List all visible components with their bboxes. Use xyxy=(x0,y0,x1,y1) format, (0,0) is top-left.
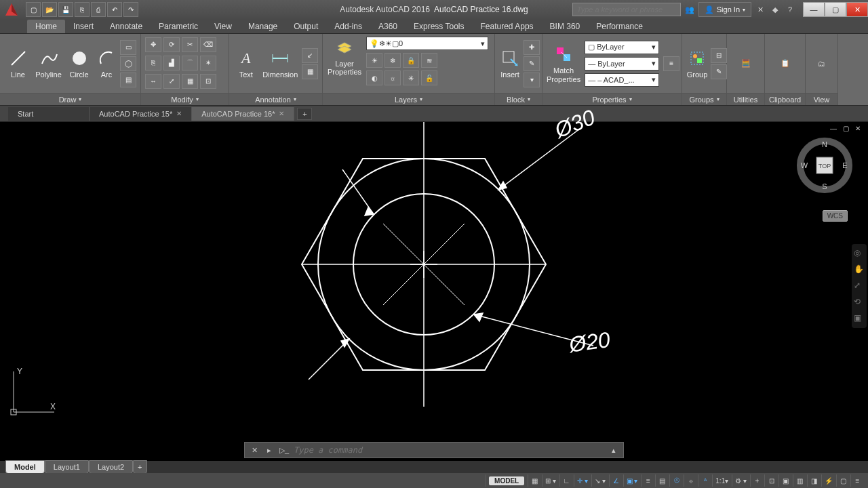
isodraft-icon[interactable]: ↘ ▾ xyxy=(591,474,608,487)
doc-tab-start[interactable]: Start xyxy=(8,107,90,121)
table-icon[interactable]: ▦ xyxy=(302,64,318,79)
nav-wheel-icon[interactable]: ◎ xyxy=(854,248,865,259)
offset-icon[interactable]: ⊡ xyxy=(200,74,216,89)
tab-annotate[interactable]: Annotate xyxy=(102,20,151,33)
trim-icon[interactable]: ✂ xyxy=(182,37,198,52)
layer-lock-icon[interactable]: 🔒 xyxy=(403,53,419,68)
saveas-icon[interactable]: ⎘ xyxy=(75,2,90,17)
command-input[interactable] xyxy=(294,445,604,455)
undo-icon[interactable]: ↶ xyxy=(107,2,122,17)
match-properties-button[interactable]: Match Properties xyxy=(547,43,580,83)
ungroup-icon[interactable]: ⊟ xyxy=(711,48,727,63)
snapmode-icon[interactable]: ⊞ ▾ xyxy=(542,474,559,487)
workspace-icon[interactable]: ⚙ ▾ xyxy=(732,474,749,487)
close-button[interactable]: ✕ xyxy=(846,2,868,17)
layer-thaw-icon[interactable]: ✳ xyxy=(403,70,419,85)
vp-close-icon[interactable]: ✕ xyxy=(853,125,863,134)
arc-button[interactable]: Arc xyxy=(96,47,117,79)
panel-title-draw[interactable]: Draw▾ xyxy=(0,93,140,105)
plot-icon[interactable]: ⎙ xyxy=(91,2,106,17)
layer-freeze-icon[interactable]: ❄ xyxy=(384,53,401,68)
expand-icon[interactable]: ▴ xyxy=(608,445,619,455)
tab-addins[interactable]: Add-ins xyxy=(326,20,370,33)
layout-tab-model[interactable]: Model xyxy=(5,460,45,474)
customize-icon[interactable]: ≡ xyxy=(850,474,864,487)
units-icon[interactable]: ⊡ xyxy=(764,474,778,487)
layer-iso-icon[interactable]: ◐ xyxy=(366,70,382,85)
osnap-icon[interactable]: ▣ ▾ xyxy=(623,474,641,487)
zoom-extents-icon[interactable]: ⤢ xyxy=(854,281,865,291)
color-selector[interactable]: ▢ ByLayer▾ xyxy=(585,41,659,54)
close-icon[interactable]: ✕ xyxy=(249,445,260,455)
open-icon[interactable]: 📂 xyxy=(42,2,57,17)
layer-unlock-icon[interactable]: 🔓 xyxy=(421,70,437,85)
panel-title-annotation[interactable]: Annotation▾ xyxy=(229,93,322,105)
ortho-icon[interactable]: ∟ xyxy=(559,474,573,487)
tab-output[interactable]: Output xyxy=(285,20,326,33)
isolate-icon[interactable]: ◨ xyxy=(807,474,821,487)
panel-title-groups[interactable]: Groups▾ xyxy=(682,93,726,105)
move-icon[interactable]: ✥ xyxy=(145,37,161,52)
layer-properties-button[interactable]: Layer Properties xyxy=(327,37,362,76)
grid-icon[interactable]: ▦ xyxy=(528,474,541,487)
help-search-input[interactable] xyxy=(572,3,681,16)
hatch-icon[interactable]: ▤ xyxy=(120,73,136,87)
view-cube[interactable]: TOP N E S W xyxy=(797,138,852,192)
pan-icon[interactable]: ✋ xyxy=(854,264,865,275)
lock-ui-icon[interactable]: ▥ xyxy=(793,474,806,487)
rectangle-icon[interactable]: ▭ xyxy=(120,40,136,55)
tab-view[interactable]: View xyxy=(206,20,240,33)
layer-match-icon[interactable]: ≋ xyxy=(421,53,437,68)
sign-in-button[interactable]: 👤Sign In▾ xyxy=(698,2,751,17)
hardware-accel-icon[interactable]: ⚡ xyxy=(821,474,835,487)
linetype-selector[interactable]: — ByLayer▾ xyxy=(585,57,659,70)
close-icon[interactable]: ✕ xyxy=(279,110,284,117)
panel-view[interactable]: 🗂 View xyxy=(806,34,838,105)
save-icon[interactable]: 💾 xyxy=(58,2,73,17)
recent-icon[interactable]: ▸ xyxy=(264,445,275,455)
new-tab-button[interactable]: + xyxy=(297,108,312,120)
scale-icon[interactable]: ⤢ xyxy=(163,74,180,89)
otrack-icon[interactable]: ∠ xyxy=(609,474,623,487)
layer-off-icon[interactable]: ☀ xyxy=(366,53,382,68)
dimension-button[interactable]: Dimension xyxy=(262,47,299,79)
maximize-button[interactable]: ▢ xyxy=(825,2,846,17)
tab-featured[interactable]: Featured Apps xyxy=(473,20,542,33)
layout-tab-2[interactable]: Layout2 xyxy=(89,460,133,474)
wcs-badge[interactable]: WCS xyxy=(823,210,848,222)
tab-manage[interactable]: Manage xyxy=(240,20,285,33)
tab-parametric[interactable]: Parametric xyxy=(151,20,206,33)
status-model[interactable]: MODEL xyxy=(486,474,527,487)
list-icon[interactable]: ≡ xyxy=(663,56,679,71)
drawing-canvas[interactable]: — ▢ ✕ Ø30 xyxy=(0,122,868,461)
panel-utilities[interactable]: 🧮 Utilities xyxy=(727,34,765,105)
add-layout-button[interactable]: + xyxy=(133,460,146,474)
explode-icon[interactable]: ✶ xyxy=(200,56,216,70)
command-line[interactable]: ✕ ▸ ▷_ ▴ xyxy=(244,442,624,458)
panel-title-block[interactable]: Block▾ xyxy=(495,93,542,105)
mirror-icon[interactable]: ▟ xyxy=(163,56,180,70)
tab-express[interactable]: Express Tools xyxy=(406,20,472,33)
rotate-icon[interactable]: ⟳ xyxy=(163,37,180,52)
layer-on-icon[interactable]: ☼ xyxy=(384,70,401,85)
polyline-button[interactable]: Polyline xyxy=(35,47,62,79)
tab-insert[interactable]: Insert xyxy=(65,20,102,33)
minimize-button[interactable]: — xyxy=(803,2,825,17)
panel-clipboard[interactable]: 📋 Clipboard xyxy=(765,34,806,105)
polar-icon[interactable]: ✛ ▾ xyxy=(574,474,591,487)
array-icon[interactable]: ▦ xyxy=(182,74,198,89)
doc-tab-1[interactable]: AutoCAD Practice 15*✕ xyxy=(90,107,192,121)
panel-title-properties[interactable]: Properties▾ xyxy=(542,93,682,105)
annotation-monitor-icon[interactable]: + xyxy=(750,474,764,487)
vp-minimize-icon[interactable]: — xyxy=(829,125,838,134)
panel-title-modify[interactable]: Modify▾ xyxy=(141,93,229,105)
clean-screen-icon[interactable]: ▢ xyxy=(836,474,850,487)
new-icon[interactable]: ▢ xyxy=(26,2,41,17)
tab-home[interactable]: Home xyxy=(27,20,65,33)
text-button[interactable]: AText xyxy=(233,47,259,79)
app-logo-icon[interactable] xyxy=(0,0,23,19)
tab-a360[interactable]: A360 xyxy=(370,20,406,33)
edit-attr-icon[interactable]: ▾ xyxy=(524,73,540,87)
stretch-icon[interactable]: ↔ xyxy=(145,74,161,89)
fillet-icon[interactable]: ⌒ xyxy=(182,56,198,70)
